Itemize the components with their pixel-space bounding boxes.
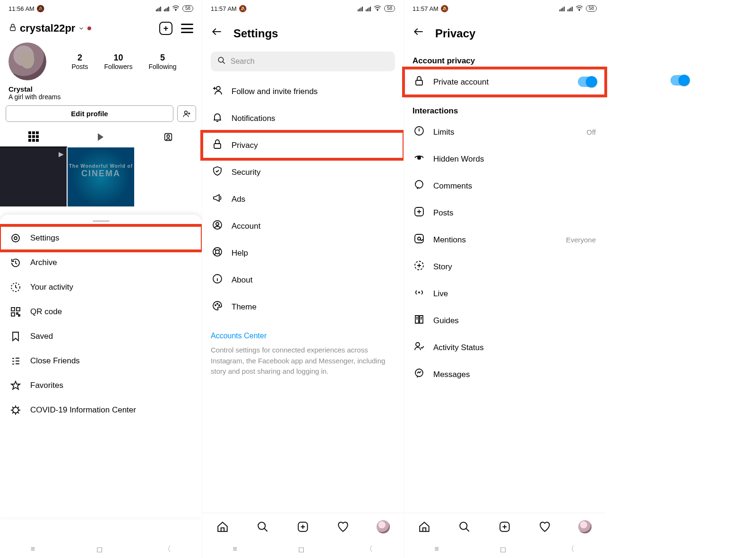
bottom-nav: [202, 513, 404, 540]
accounts-center-title: Accounts Center: [211, 332, 395, 340]
tab-reels[interactable]: [67, 127, 134, 147]
accounts-center[interactable]: Accounts Center Control settings for con…: [202, 320, 404, 381]
mute-icon: 🔕: [36, 5, 44, 12]
status-bar: 11:57 AM 🔕 58: [202, 0, 404, 17]
svg-rect-32: [415, 234, 423, 243]
back-arrow-button[interactable]: [412, 26, 425, 41]
nav-home[interactable]: [216, 520, 229, 533]
username-label: crystal22pr: [20, 22, 75, 34]
recents-button[interactable]: ≡: [31, 545, 35, 553]
back-button[interactable]: 〈: [365, 544, 373, 554]
menu-activity[interactable]: Your activity: [0, 275, 202, 300]
settings-theme[interactable]: Theme: [202, 293, 404, 320]
svg-point-26: [579, 10, 579, 10]
menu-button[interactable]: [181, 24, 193, 33]
battery-icon: 58: [384, 5, 395, 12]
menu-close-friends[interactable]: Close Friends: [0, 349, 202, 373]
settings-follow-invite[interactable]: Follow and invite friends: [202, 78, 404, 105]
settings-about[interactable]: About: [202, 266, 404, 293]
settings-notifications[interactable]: Notifications: [202, 105, 404, 132]
sheet-handle[interactable]: [93, 220, 110, 222]
private-account-toggle[interactable]: [578, 77, 597, 87]
menu-favorites[interactable]: Favorites: [0, 373, 202, 398]
tab-tagged[interactable]: [135, 127, 202, 147]
post-thumbnail[interactable]: The Wonderful World of CINEMA: [68, 147, 134, 206]
search-placeholder: Search: [231, 57, 255, 66]
svg-rect-8: [11, 308, 15, 311]
recents-button[interactable]: ≡: [435, 545, 439, 553]
privacy-mentions[interactable]: Mentions Everyone: [404, 226, 605, 253]
create-button[interactable]: +: [159, 22, 172, 35]
stat-posts[interactable]: 2Posts: [71, 53, 88, 70]
nav-search[interactable]: [256, 520, 269, 533]
nav-search[interactable]: [458, 520, 471, 533]
svg-rect-10: [11, 313, 15, 316]
home-button[interactable]: ◻: [500, 545, 506, 554]
discover-people-button[interactable]: [177, 105, 196, 122]
menu-saved[interactable]: Saved: [0, 324, 202, 349]
private-account-toggle[interactable]: [670, 75, 689, 86]
menu-archive[interactable]: Archive: [0, 250, 202, 275]
svg-point-2: [185, 111, 188, 114]
nav-profile[interactable]: [377, 520, 390, 533]
tab-grid[interactable]: [0, 127, 67, 147]
home-button[interactable]: ◻: [96, 545, 103, 554]
stat-following[interactable]: 5Following: [148, 53, 176, 70]
android-nav: ≡ ◻ 〈: [404, 540, 605, 558]
svg-point-35: [418, 292, 420, 293]
svg-point-0: [175, 10, 176, 10]
private-account-row[interactable]: Private account: [404, 69, 605, 95]
menu-covid[interactable]: COVID-19 Information Center: [0, 398, 202, 422]
chevron-down-icon: [78, 22, 85, 34]
bottom-nav: [404, 513, 605, 540]
privacy-limits[interactable]: Limits Off: [404, 119, 605, 146]
nav-activity[interactable]: [538, 520, 551, 533]
shield-icon: [212, 165, 223, 179]
username-dropdown[interactable]: crystal22pr: [9, 22, 91, 34]
nav-home[interactable]: [418, 520, 431, 533]
menu-qr[interactable]: QR code: [0, 300, 202, 324]
svg-point-13: [218, 57, 223, 62]
signal-icon: [358, 6, 363, 11]
profile-header: crystal22pr +: [0, 17, 202, 40]
menu-settings[interactable]: Settings: [0, 226, 202, 250]
back-button[interactable]: 〈: [163, 544, 171, 554]
nav-create[interactable]: [296, 520, 309, 533]
comment-icon: [413, 179, 425, 193]
archive-icon: [9, 257, 22, 269]
svg-rect-9: [17, 308, 20, 311]
home-button[interactable]: ◻: [298, 545, 304, 554]
avatar[interactable]: [9, 43, 46, 80]
settings-account[interactable]: Account: [202, 213, 404, 240]
settings-help[interactable]: Help: [202, 240, 404, 266]
privacy-posts[interactable]: Posts: [404, 199, 605, 226]
signal-icon: [156, 6, 161, 11]
battery-icon: 58: [182, 5, 193, 12]
settings-security[interactable]: Security: [202, 159, 404, 186]
settings-ads[interactable]: Ads: [202, 186, 404, 213]
privacy-comments[interactable]: Comments: [404, 172, 605, 199]
settings-privacy[interactable]: Privacy: [202, 132, 404, 159]
profile-menu-sheet: Settings Archive Your activity QR code S…: [0, 215, 202, 517]
stat-followers[interactable]: 10Followers: [104, 53, 132, 70]
recents-button[interactable]: ≡: [233, 545, 237, 553]
privacy-story[interactable]: Story: [404, 253, 605, 280]
bio: Crystal A girl with dreams: [0, 83, 202, 105]
back-arrow-button[interactable]: [211, 26, 223, 41]
page-title: Privacy: [435, 27, 475, 40]
privacy-activity-status[interactable]: Activity Status: [404, 334, 605, 361]
back-button[interactable]: 〈: [567, 544, 575, 554]
accounts-center-desc: Control settings for connected experienc…: [211, 340, 395, 377]
search-icon: [217, 56, 226, 67]
svg-point-14: [216, 86, 220, 90]
nav-activity[interactable]: [336, 520, 350, 533]
privacy-hidden-words[interactable]: Hidden Words: [404, 146, 605, 172]
edit-profile-button[interactable]: Edit profile: [6, 105, 173, 122]
nav-profile[interactable]: [578, 520, 592, 533]
privacy-messages[interactable]: Messages: [404, 361, 605, 388]
settings-search[interactable]: Search: [211, 52, 395, 71]
nav-create[interactable]: [498, 520, 511, 533]
privacy-guides[interactable]: Guides: [404, 307, 605, 334]
privacy-live[interactable]: Live: [404, 280, 605, 307]
post-thumbnail[interactable]: ▶: [0, 147, 67, 206]
